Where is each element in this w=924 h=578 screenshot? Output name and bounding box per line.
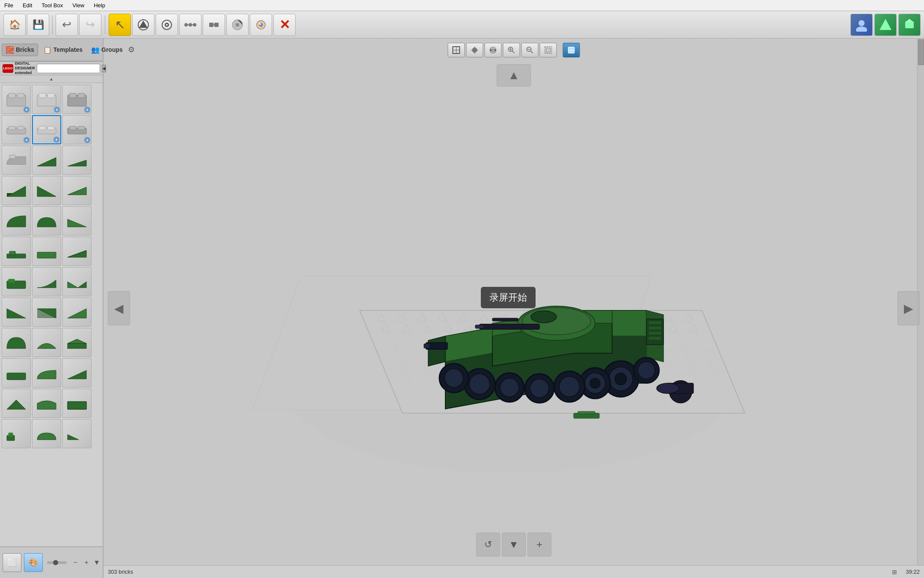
connect-tool-button[interactable] (203, 14, 225, 36)
menu-toolbox[interactable]: Tool Box (40, 1, 65, 9)
brick-2x2-gray-light[interactable]: + (32, 85, 61, 114)
view-2d-button[interactable]: ⬜ (3, 553, 21, 572)
brick-slope-green-5[interactable] (62, 267, 92, 296)
undo-button[interactable]: ↩ (56, 14, 78, 36)
brick-slope-green-7[interactable] (62, 328, 92, 357)
brick-plate-gray[interactable]: + (2, 115, 31, 144)
lego-logo: LEGO (3, 64, 13, 73)
add-brick-btn[interactable]: + (54, 107, 60, 113)
brick-slope-green-10[interactable] (62, 419, 92, 448)
svg-point-18 (859, 20, 865, 26)
zoom-slider[interactable] (47, 561, 67, 564)
brick-curved-green-5[interactable] (32, 419, 61, 448)
tab-bricks[interactable]: 🧱 Bricks (2, 44, 38, 56)
zoom-in-btn[interactable]: + (82, 559, 91, 566)
menu-view[interactable]: View (71, 1, 86, 9)
brick-arch-green-2[interactable] (2, 328, 31, 357)
brick-slope-green-sm[interactable] (62, 146, 92, 175)
svg-rect-55 (9, 279, 15, 283)
brick-slope-green[interactable] (32, 146, 61, 175)
brick-arch-green-1[interactable] (32, 206, 61, 235)
brick-wedge-green-3[interactable] (2, 298, 31, 327)
svg-rect-50 (9, 251, 15, 255)
tb2-orbit-button[interactable] (485, 43, 502, 57)
zoom-out-btn[interactable]: − (71, 559, 80, 566)
brick-plate-green-1[interactable] (2, 237, 31, 266)
rotate-cam-button[interactable]: ↺ (476, 533, 500, 557)
delete-tool-button[interactable]: ✕ (273, 14, 296, 36)
brick-slope-green-2[interactable] (62, 176, 92, 205)
brick-2x2-gray[interactable]: + (2, 85, 31, 114)
brick-slope-green-8[interactable] (62, 358, 92, 387)
brick-arch-green-3[interactable] (32, 389, 61, 418)
tb2-fit-button[interactable] (540, 43, 557, 57)
scroll-up-button[interactable]: ▲ (0, 75, 103, 83)
save-button[interactable]: 💾 (27, 14, 49, 36)
brick-wedge-green-2[interactable] (32, 176, 61, 205)
brick-curved-green-2[interactable] (32, 267, 61, 296)
add-brick-btn[interactable]: + (84, 107, 90, 113)
look-tool-button[interactable] (250, 14, 272, 36)
zoom-out-ctrl-button[interactable]: ▼ (502, 533, 526, 557)
add-brick-btn[interactable]: + (24, 137, 30, 143)
tb2-active-button[interactable] (563, 43, 580, 57)
brick-wedge-green-4[interactable] (32, 298, 61, 327)
brick-plate-green-2[interactable] (32, 237, 61, 266)
zoom-handle[interactable] (53, 560, 58, 565)
nav-up-arrow[interactable]: ▲ (497, 64, 531, 86)
tb2-ortho-button[interactable] (448, 43, 465, 57)
zoom-in-ctrl-button[interactable]: + (527, 533, 551, 557)
brick-wedge-green-1[interactable] (2, 176, 31, 205)
community-button[interactable] (874, 14, 897, 36)
tab-templates[interactable]: 📋 Templates (40, 44, 86, 56)
brick-curved-green-1[interactable] (2, 206, 31, 235)
menu-help[interactable]: Help (92, 1, 107, 9)
nav-right-arrow[interactable]: ▶ (897, 291, 920, 325)
home-button[interactable]: 🏠 (3, 14, 26, 36)
brick-slope-green-4[interactable] (62, 237, 92, 266)
brick-2x2-gray-dark[interactable]: + (62, 85, 92, 114)
brick-curved-green-4[interactable] (32, 358, 61, 387)
svg-rect-33 (9, 126, 15, 130)
templates-tab-icon: 📋 (43, 46, 52, 54)
model-viewport[interactable]: for rows and cols (104, 39, 915, 565)
add-brick-btn[interactable]: + (53, 137, 59, 143)
search-input[interactable] (37, 64, 100, 73)
tab-groups[interactable]: 👥 Groups (88, 44, 126, 56)
share-button[interactable] (898, 14, 921, 36)
svg-rect-64 (7, 373, 26, 380)
brick-curved-green-3[interactable] (32, 328, 61, 357)
brick-plate-green-3[interactable] (2, 419, 31, 448)
brick-slope-green-9[interactable] (62, 389, 92, 418)
svg-marker-65 (68, 370, 86, 379)
panel-options-icon[interactable]: ⚙ (128, 45, 135, 54)
tb2-pan-button[interactable] (466, 43, 483, 57)
paint-tool-button[interactable] (226, 14, 249, 36)
brick-tile-green-2[interactable] (2, 358, 31, 387)
brick-plate-gray-selected[interactable]: + (32, 115, 61, 144)
add-brick-btn[interactable]: + (84, 137, 90, 143)
tb2-zoom-in-button[interactable] (503, 43, 520, 57)
scroll-thumb[interactable] (918, 39, 924, 65)
profile-button[interactable] (850, 14, 873, 36)
svg-rect-21 (905, 21, 914, 28)
menu-file[interactable]: File (3, 1, 15, 9)
brick-slope-green-3[interactable] (62, 206, 92, 235)
add-brick-btn[interactable]: + (24, 107, 30, 113)
redo-button[interactable]: ↪ (79, 14, 101, 36)
menu-edit[interactable]: Edit (21, 1, 34, 9)
brick-wedge-green-5[interactable] (2, 389, 31, 418)
brick-plate-gray-dark[interactable]: + (62, 115, 92, 144)
select-tool-button[interactable]: ↖ (109, 14, 131, 36)
brick-tile-green-1[interactable] (2, 267, 31, 296)
svg-marker-46 (37, 186, 56, 197)
nav-left-arrow[interactable]: ◀ (108, 291, 130, 325)
hinge-tool-button[interactable] (156, 14, 178, 36)
tb2-zoom-out-button[interactable] (521, 43, 539, 57)
brick-half-gray[interactable] (2, 146, 31, 175)
clone-tool-button[interactable] (132, 14, 154, 36)
view-3d-button[interactable]: 🎨 (24, 553, 43, 572)
flex-tool-button[interactable] (179, 14, 201, 36)
panel-collapse-button[interactable]: ◀ (102, 65, 106, 72)
brick-slope-green-6[interactable] (62, 298, 92, 327)
